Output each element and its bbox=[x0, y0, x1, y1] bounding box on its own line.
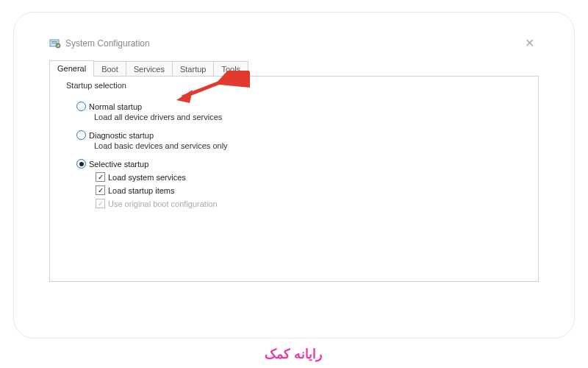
tab-services[interactable]: Services bbox=[126, 61, 173, 76]
tab-panel: Startup selection Normal startup Load al… bbox=[49, 76, 539, 282]
window-title: System Configuration bbox=[65, 38, 150, 49]
tab-label: Boot bbox=[101, 65, 118, 74]
msconfig-icon bbox=[49, 38, 61, 49]
checkbox-icon[interactable] bbox=[96, 172, 105, 182]
tab-startup[interactable]: Startup bbox=[172, 61, 214, 76]
normal-startup-desc: Load all device drivers and services bbox=[94, 113, 517, 121]
radio-icon[interactable] bbox=[76, 159, 86, 169]
radio-icon[interactable] bbox=[76, 102, 86, 111]
tab-label: Services bbox=[134, 65, 165, 74]
normal-startup-option[interactable]: Normal startup bbox=[76, 102, 517, 111]
load-system-services-option[interactable]: Load system services bbox=[96, 172, 517, 182]
svg-rect-1 bbox=[51, 41, 57, 42]
svg-rect-2 bbox=[51, 43, 57, 43]
group-label: Startup selection bbox=[65, 81, 128, 90]
diagnostic-startup-option[interactable]: Diagnostic startup bbox=[76, 130, 517, 140]
option-label: Normal startup bbox=[89, 102, 142, 111]
use-original-boot-option: Use original boot configuration bbox=[96, 199, 517, 208]
diagnostic-startup-desc: Load basic devices and services only bbox=[94, 141, 517, 150]
selective-startup-option[interactable]: Selective startup bbox=[76, 159, 517, 169]
option-label: Diagnostic startup bbox=[89, 131, 154, 140]
titlebar-left: System Configuration bbox=[49, 38, 150, 49]
checkbox-label: Load system services bbox=[108, 173, 186, 182]
tab-general[interactable]: General bbox=[49, 60, 94, 77]
tab-label: General bbox=[57, 64, 86, 73]
tab-tools[interactable]: Tools bbox=[213, 61, 248, 76]
titlebar: System Configuration ✕ bbox=[49, 35, 539, 52]
checkbox-label: Use original boot configuration bbox=[108, 199, 218, 208]
tabs: General Boot Services Startup Tools bbox=[49, 60, 539, 76]
radio-icon[interactable] bbox=[76, 130, 86, 140]
option-label: Selective startup bbox=[89, 160, 148, 169]
tab-boot[interactable]: Boot bbox=[93, 61, 126, 76]
startup-selection-group: Startup selection Normal startup Load al… bbox=[62, 87, 526, 215]
tab-label: Tools bbox=[221, 65, 240, 74]
app-frame: System Configuration ✕ General Boot Serv… bbox=[13, 12, 575, 339]
checkbox-icon bbox=[96, 199, 105, 208]
tab-label: Startup bbox=[180, 65, 206, 74]
brand-watermark: رایانه کمک bbox=[0, 346, 588, 362]
checkbox-icon[interactable] bbox=[96, 185, 105, 195]
load-startup-items-option[interactable]: Load startup items bbox=[96, 185, 517, 195]
checkbox-label: Load startup items bbox=[108, 186, 175, 195]
close-button[interactable]: ✕ bbox=[520, 35, 539, 52]
